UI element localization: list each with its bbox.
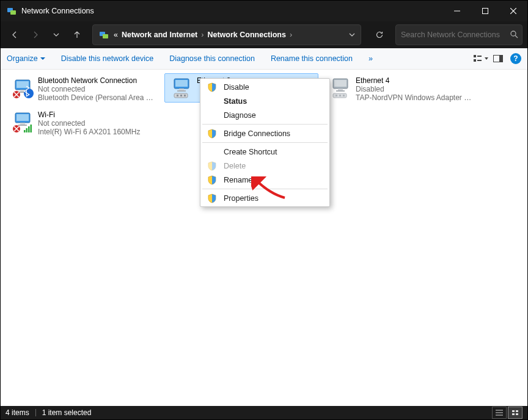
address-bar[interactable]: « Network and Internet › Network Connect…: [92, 24, 361, 45]
svg-rect-19: [477, 60, 482, 61]
connection-device: Intel(R) Wi-Fi 6 AX201 160MHz: [38, 128, 155, 136]
breadcrumb-seg-network-connections[interactable]: Network Connections: [207, 31, 286, 39]
ethernet-adapter-icon: [169, 76, 194, 101]
close-button[interactable]: [499, 1, 527, 21]
organize-button[interactable]: Organize: [7, 54, 45, 63]
ethernet-adapter-disabled-icon: [328, 76, 353, 101]
connection-ethernet-4[interactable]: Ethernet 4 Disabled TAP-NordVPN Windows …: [323, 73, 477, 103]
ctx-diagnose[interactable]: Diagnose: [202, 108, 328, 122]
ctx-disable[interactable]: Disable: [202, 80, 328, 94]
status-selected-count: 1 item selected: [42, 408, 92, 417]
svg-point-14: [511, 31, 516, 36]
ctx-bridge[interactable]: Bridge Connections: [202, 126, 328, 140]
svg-rect-35: [28, 126, 30, 132]
svg-rect-16: [474, 55, 476, 57]
ctx-separator: [202, 124, 328, 125]
svg-rect-26: [180, 95, 182, 96]
svg-rect-40: [512, 410, 515, 412]
command-bar: Organize Disable this network device Dia…: [1, 48, 527, 70]
svg-rect-31: [343, 95, 345, 96]
diagnose-connection-button[interactable]: Diagnose this connection: [169, 54, 255, 63]
recent-locations-button[interactable]: [47, 26, 65, 44]
breadcrumb-prefix: «: [114, 31, 118, 39]
ctx-delete: Delete: [202, 159, 328, 173]
svg-point-23: [24, 89, 34, 98]
search-box[interactable]: [395, 24, 522, 45]
svg-rect-33: [24, 130, 26, 132]
svg-rect-17: [474, 59, 476, 62]
connection-status: Not connected: [38, 85, 155, 93]
forward-button[interactable]: [26, 26, 45, 44]
view-options-button[interactable]: [472, 52, 490, 65]
ctx-separator: [202, 142, 328, 143]
status-item-count: 4 items: [6, 408, 29, 417]
connection-name: Bluetooth Network Connection: [38, 76, 155, 85]
large-icons-view-button[interactable]: [508, 407, 522, 419]
connection-name: Wi-Fi: [38, 110, 155, 119]
svg-rect-41: [516, 410, 518, 412]
titlebar: Network Connections: [1, 1, 527, 21]
connection-status: Not connected: [38, 119, 155, 128]
maximize-button[interactable]: [471, 1, 499, 21]
details-view-button[interactable]: [492, 407, 507, 419]
minimize-button[interactable]: [443, 1, 471, 21]
svg-rect-29: [336, 95, 337, 96]
search-input[interactable]: [400, 30, 507, 40]
svg-rect-43: [516, 413, 518, 415]
svg-rect-25: [177, 95, 178, 96]
connection-device: Bluetooth Device (Personal Area …: [38, 93, 155, 102]
chevron-right-icon[interactable]: ›: [290, 31, 292, 39]
ctx-rename[interactable]: Rename: [202, 173, 328, 187]
rename-connection-button[interactable]: Rename this connection: [271, 54, 353, 63]
bluetooth-adapter-icon: [10, 76, 35, 101]
shield-icon: [207, 193, 218, 204]
status-separator: [35, 409, 36, 416]
breadcrumb-seg-network-internet[interactable]: Network and Internet: [122, 31, 197, 39]
window-title: Network Connections: [21, 7, 443, 15]
navbar: « Network and Internet › Network Connect…: [1, 21, 527, 48]
connection-device: TAP-NordVPN Windows Adapter …: [356, 93, 473, 102]
refresh-button[interactable]: [369, 25, 391, 45]
shield-icon: [207, 175, 218, 186]
ctx-properties[interactable]: Properties: [202, 191, 328, 205]
preview-pane-button[interactable]: [490, 52, 507, 65]
window-buttons: [443, 1, 527, 21]
svg-rect-36: [31, 125, 32, 132]
context-menu: Disable Status Diagnose Bridge Connectio…: [200, 78, 330, 207]
connection-bluetooth[interactable]: Bluetooth Network Connection Not connect…: [6, 73, 160, 103]
disable-device-button[interactable]: Disable this network device: [61, 54, 153, 63]
shield-icon: [207, 128, 218, 139]
svg-rect-27: [184, 95, 186, 96]
connection-wifi[interactable]: Wi-Fi Not connected Intel(R) Wi-Fi 6 AX2…: [6, 107, 160, 137]
wifi-adapter-icon: [10, 110, 35, 135]
chevron-right-icon[interactable]: ›: [201, 31, 204, 39]
content-area[interactable]: Bluetooth Network Connection Not connect…: [1, 70, 527, 406]
svg-rect-42: [512, 413, 515, 415]
connection-status: Disabled: [356, 85, 473, 93]
svg-rect-34: [26, 128, 28, 132]
ctx-shortcut[interactable]: Create Shortcut: [202, 145, 328, 159]
up-button[interactable]: [68, 26, 86, 44]
connection-name: Ethernet 4: [356, 76, 473, 85]
svg-rect-18: [477, 56, 482, 57]
svg-rect-11: [483, 9, 488, 14]
status-bar: 4 items 1 item selected: [1, 406, 527, 419]
location-icon: [97, 27, 111, 42]
address-dropdown-button[interactable]: [343, 25, 361, 45]
window: Network Connections « Network and Intern…: [0, 0, 528, 420]
back-button[interactable]: [6, 26, 24, 44]
help-button[interactable]: ?: [510, 53, 521, 64]
shield-icon: [207, 161, 218, 172]
ctx-separator: [202, 189, 328, 189]
ctx-status[interactable]: Status: [202, 94, 328, 108]
app-icon: [7, 6, 16, 16]
svg-rect-21: [499, 56, 502, 62]
svg-rect-30: [339, 95, 341, 96]
more-commands-button[interactable]: »: [369, 54, 373, 63]
shield-icon: [207, 82, 218, 93]
search-icon[interactable]: [510, 30, 518, 40]
svg-line-15: [515, 35, 518, 38]
